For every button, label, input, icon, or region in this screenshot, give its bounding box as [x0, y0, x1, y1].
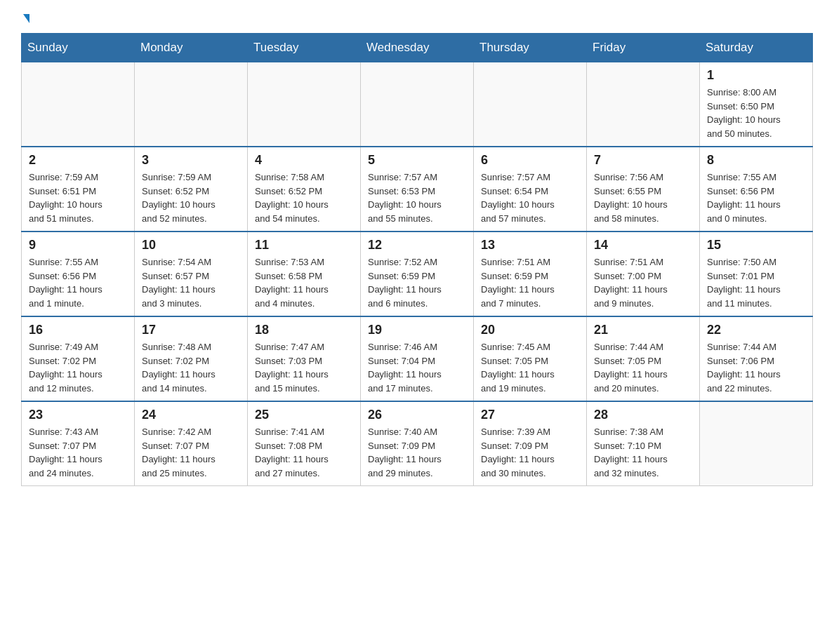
- day-info: Sunrise: 7:57 AM Sunset: 6:54 PM Dayligh…: [481, 170, 579, 225]
- day-info: Sunrise: 8:00 AM Sunset: 6:50 PM Dayligh…: [707, 86, 805, 140]
- day-number: 24: [142, 408, 240, 422]
- day-info: Sunrise: 7:44 AM Sunset: 7:06 PM Dayligh…: [707, 340, 805, 395]
- logo-triangle-icon: [23, 14, 29, 23]
- calendar-cell: 5Sunrise: 7:57 AM Sunset: 6:53 PM Daylig…: [361, 147, 474, 232]
- calendar-cell: 27Sunrise: 7:39 AM Sunset: 7:09 PM Dayli…: [474, 401, 587, 486]
- calendar-cell: [474, 62, 587, 147]
- weekday-header-sunday: Sunday: [22, 34, 135, 62]
- calendar-table: SundayMondayTuesdayWednesdayThursdayFrid…: [21, 33, 813, 486]
- calendar-cell: 12Sunrise: 7:52 AM Sunset: 6:59 PM Dayli…: [361, 232, 474, 316]
- day-info: Sunrise: 7:53 AM Sunset: 6:58 PM Dayligh…: [255, 255, 353, 310]
- page-header: [21, 14, 813, 26]
- calendar-cell: 3Sunrise: 7:59 AM Sunset: 6:52 PM Daylig…: [135, 147, 248, 232]
- day-info: Sunrise: 7:55 AM Sunset: 6:56 PM Dayligh…: [707, 170, 805, 225]
- calendar-cell: [22, 62, 135, 147]
- day-number: 7: [594, 153, 692, 168]
- calendar-cell: 16Sunrise: 7:49 AM Sunset: 7:02 PM Dayli…: [22, 316, 135, 401]
- calendar-cell: 11Sunrise: 7:53 AM Sunset: 6:58 PM Dayli…: [248, 232, 361, 316]
- calendar-cell: 22Sunrise: 7:44 AM Sunset: 7:06 PM Dayli…: [700, 316, 813, 401]
- weekday-header-friday: Friday: [587, 34, 700, 62]
- calendar-cell: 19Sunrise: 7:46 AM Sunset: 7:04 PM Dayli…: [361, 316, 474, 401]
- day-number: 25: [255, 408, 353, 422]
- day-number: 22: [707, 323, 805, 337]
- day-number: 5: [368, 153, 466, 168]
- day-number: 26: [368, 408, 466, 422]
- day-number: 8: [707, 153, 805, 168]
- calendar-cell: 18Sunrise: 7:47 AM Sunset: 7:03 PM Dayli…: [248, 316, 361, 401]
- day-info: Sunrise: 7:47 AM Sunset: 7:03 PM Dayligh…: [255, 340, 353, 395]
- calendar-week-row: 16Sunrise: 7:49 AM Sunset: 7:02 PM Dayli…: [22, 316, 813, 401]
- day-info: Sunrise: 7:44 AM Sunset: 7:05 PM Dayligh…: [594, 340, 692, 395]
- day-number: 2: [29, 153, 127, 168]
- calendar-cell: 15Sunrise: 7:50 AM Sunset: 7:01 PM Dayli…: [700, 232, 813, 316]
- day-info: Sunrise: 7:56 AM Sunset: 6:55 PM Dayligh…: [594, 170, 692, 225]
- day-info: Sunrise: 7:59 AM Sunset: 6:51 PM Dayligh…: [29, 170, 127, 225]
- calendar-cell: 25Sunrise: 7:41 AM Sunset: 7:08 PM Dayli…: [248, 401, 361, 486]
- day-info: Sunrise: 7:49 AM Sunset: 7:02 PM Dayligh…: [29, 340, 127, 395]
- calendar-cell: 28Sunrise: 7:38 AM Sunset: 7:10 PM Dayli…: [587, 401, 700, 486]
- day-info: Sunrise: 7:41 AM Sunset: 7:08 PM Dayligh…: [255, 425, 353, 480]
- day-info: Sunrise: 7:43 AM Sunset: 7:07 PM Dayligh…: [29, 425, 127, 480]
- calendar-cell: 8Sunrise: 7:55 AM Sunset: 6:56 PM Daylig…: [700, 147, 813, 232]
- weekday-header-row: SundayMondayTuesdayWednesdayThursdayFrid…: [22, 34, 813, 62]
- day-number: 9: [29, 238, 127, 253]
- day-info: Sunrise: 7:51 AM Sunset: 7:00 PM Dayligh…: [594, 255, 692, 310]
- weekday-header-saturday: Saturday: [700, 34, 813, 62]
- calendar-cell: 2Sunrise: 7:59 AM Sunset: 6:51 PM Daylig…: [22, 147, 135, 232]
- day-number: 11: [255, 238, 353, 253]
- weekday-header-monday: Monday: [135, 34, 248, 62]
- day-number: 6: [481, 153, 579, 168]
- day-number: 13: [481, 238, 579, 253]
- calendar-week-row: 2Sunrise: 7:59 AM Sunset: 6:51 PM Daylig…: [22, 147, 813, 232]
- calendar-cell: [248, 62, 361, 147]
- calendar-cell: 10Sunrise: 7:54 AM Sunset: 6:57 PM Dayli…: [135, 232, 248, 316]
- calendar-cell: 24Sunrise: 7:42 AM Sunset: 7:07 PM Dayli…: [135, 401, 248, 486]
- weekday-header-thursday: Thursday: [474, 34, 587, 62]
- calendar-cell: 23Sunrise: 7:43 AM Sunset: 7:07 PM Dayli…: [22, 401, 135, 486]
- calendar-week-row: 23Sunrise: 7:43 AM Sunset: 7:07 PM Dayli…: [22, 401, 813, 486]
- calendar-cell: 26Sunrise: 7:40 AM Sunset: 7:09 PM Dayli…: [361, 401, 474, 486]
- calendar-cell: [700, 401, 813, 486]
- calendar-cell: [361, 62, 474, 147]
- day-info: Sunrise: 7:59 AM Sunset: 6:52 PM Dayligh…: [142, 170, 240, 225]
- weekday-header-wednesday: Wednesday: [361, 34, 474, 62]
- calendar-cell: 17Sunrise: 7:48 AM Sunset: 7:02 PM Dayli…: [135, 316, 248, 401]
- calendar-cell: [135, 62, 248, 147]
- day-info: Sunrise: 7:51 AM Sunset: 6:59 PM Dayligh…: [481, 255, 579, 310]
- day-number: 10: [142, 238, 240, 253]
- day-info: Sunrise: 7:52 AM Sunset: 6:59 PM Dayligh…: [368, 255, 466, 310]
- day-info: Sunrise: 7:55 AM Sunset: 6:56 PM Dayligh…: [29, 255, 127, 310]
- day-info: Sunrise: 7:39 AM Sunset: 7:09 PM Dayligh…: [481, 425, 579, 480]
- day-info: Sunrise: 7:46 AM Sunset: 7:04 PM Dayligh…: [368, 340, 466, 395]
- day-info: Sunrise: 7:38 AM Sunset: 7:10 PM Dayligh…: [594, 425, 692, 480]
- day-number: 21: [594, 323, 692, 337]
- day-number: 28: [594, 408, 692, 422]
- calendar-cell: 14Sunrise: 7:51 AM Sunset: 7:00 PM Dayli…: [587, 232, 700, 316]
- calendar-cell: 6Sunrise: 7:57 AM Sunset: 6:54 PM Daylig…: [474, 147, 587, 232]
- day-number: 1: [707, 68, 805, 83]
- calendar-cell: 20Sunrise: 7:45 AM Sunset: 7:05 PM Dayli…: [474, 316, 587, 401]
- calendar-cell: 7Sunrise: 7:56 AM Sunset: 6:55 PM Daylig…: [587, 147, 700, 232]
- day-number: 4: [255, 153, 353, 168]
- day-number: 23: [29, 408, 127, 422]
- day-info: Sunrise: 7:54 AM Sunset: 6:57 PM Dayligh…: [142, 255, 240, 310]
- day-info: Sunrise: 7:45 AM Sunset: 7:05 PM Dayligh…: [481, 340, 579, 395]
- calendar-cell: 21Sunrise: 7:44 AM Sunset: 7:05 PM Dayli…: [587, 316, 700, 401]
- calendar-cell: 1Sunrise: 8:00 AM Sunset: 6:50 PM Daylig…: [700, 62, 813, 147]
- day-number: 27: [481, 408, 579, 422]
- day-info: Sunrise: 7:58 AM Sunset: 6:52 PM Dayligh…: [255, 170, 353, 225]
- day-number: 3: [142, 153, 240, 168]
- logo: [21, 14, 29, 26]
- calendar-cell: 9Sunrise: 7:55 AM Sunset: 6:56 PM Daylig…: [22, 232, 135, 316]
- calendar-cell: 13Sunrise: 7:51 AM Sunset: 6:59 PM Dayli…: [474, 232, 587, 316]
- day-number: 17: [142, 323, 240, 337]
- calendar-week-row: 9Sunrise: 7:55 AM Sunset: 6:56 PM Daylig…: [22, 232, 813, 316]
- calendar-cell: [587, 62, 700, 147]
- day-number: 20: [481, 323, 579, 337]
- day-number: 16: [29, 323, 127, 337]
- day-info: Sunrise: 7:42 AM Sunset: 7:07 PM Dayligh…: [142, 425, 240, 480]
- day-number: 15: [707, 238, 805, 253]
- day-number: 12: [368, 238, 466, 253]
- day-number: 14: [594, 238, 692, 253]
- day-number: 19: [368, 323, 466, 337]
